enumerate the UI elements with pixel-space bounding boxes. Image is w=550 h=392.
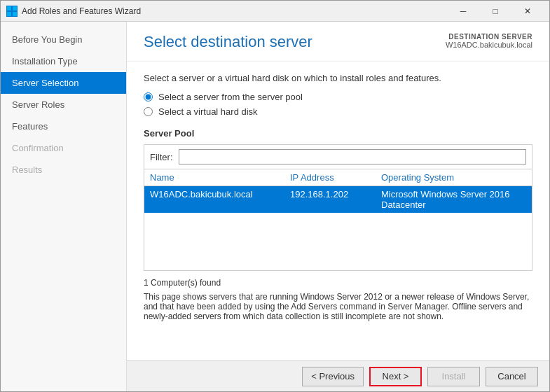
window-controls: ─ □ ✕ — [447, 1, 544, 22]
table-row[interactable]: W16ADC.bakicubuk.local 192.168.1.202 Mic… — [144, 186, 532, 213]
svg-rect-3 — [13, 12, 17, 16]
radio-pool-input[interactable] — [144, 92, 153, 102]
server-pool-container: Filter: Name IP Address Operating System… — [144, 144, 532, 271]
sidebar-item-server-selection[interactable]: Server Selection — [1, 72, 126, 94]
window-title: Add Roles and Features Wizard — [22, 6, 447, 16]
col-header-os: Operating System — [381, 172, 526, 183]
server-pool-header: Server Pool — [144, 128, 532, 139]
svg-rect-1 — [13, 6, 17, 10]
sidebar-item-features[interactable]: Features — [1, 115, 126, 137]
count-text: 1 Computer(s) found — [144, 278, 532, 288]
filter-label: Filter: — [150, 152, 173, 162]
radio-group: Select a server from the server pool Sel… — [144, 92, 532, 117]
sidebar-item-before-you-begin[interactable]: Before You Begin — [1, 29, 126, 50]
radio-server-pool[interactable]: Select a server from the server pool — [144, 92, 532, 102]
previous-button[interactable]: < Previous — [302, 367, 364, 386]
row-ip: 192.168.1.202 — [290, 189, 381, 210]
table-header: Name IP Address Operating System — [144, 169, 532, 186]
sidebar-item-confirmation: Confirmation — [1, 137, 126, 159]
next-button[interactable]: Next > — [369, 367, 422, 386]
row-name: W16ADC.bakicubuk.local — [150, 189, 290, 210]
destination-label: DESTINATION SERVER — [446, 33, 532, 41]
col-header-ip: IP Address — [290, 172, 381, 183]
minimize-button[interactable]: ─ — [447, 1, 479, 22]
sidebar-item-installation-type[interactable]: Installation Type — [1, 50, 126, 72]
sidebar: Before You Begin Installation Type Serve… — [1, 22, 127, 391]
destination-server: W16ADC.bakicubuk.local — [446, 41, 532, 49]
col-header-name: Name — [150, 172, 290, 183]
filter-input[interactable] — [179, 149, 527, 164]
table-body: W16ADC.bakicubuk.local 192.168.1.202 Mic… — [144, 186, 532, 270]
title-bar: Add Roles and Features Wizard ─ □ ✕ — [1, 1, 549, 22]
content-area: Before You Begin Installation Type Serve… — [1, 22, 549, 391]
description-text: Select a server or a virtual hard disk o… — [144, 73, 532, 83]
app-icon — [6, 6, 18, 17]
main-panel: Select destination server DESTINATION SE… — [127, 22, 549, 391]
svg-rect-2 — [7, 12, 11, 16]
filter-row: Filter: — [144, 145, 532, 169]
cancel-button[interactable]: Cancel — [486, 367, 538, 386]
main-window: Add Roles and Features Wizard ─ □ ✕ Befo… — [0, 0, 550, 392]
header-area: Select destination server DESTINATION SE… — [127, 22, 549, 62]
sidebar-item-results: Results — [1, 159, 126, 181]
close-button[interactable]: ✕ — [511, 1, 544, 22]
destination-info: DESTINATION SERVER W16ADC.bakicubuk.loca… — [446, 33, 532, 49]
row-os: Microsoft Windows Server 2016 Datacenter — [381, 189, 526, 210]
sidebar-item-server-roles[interactable]: Server Roles — [1, 94, 126, 115]
main-content: Select a server or a virtual hard disk o… — [127, 62, 549, 360]
bottom-bar: < Previous Next > Install Cancel — [127, 360, 549, 391]
info-text: This page shows servers that are running… — [144, 292, 532, 321]
radio-vhd-input[interactable] — [144, 107, 153, 116]
maximize-button[interactable]: □ — [479, 1, 511, 22]
footer-info: 1 Computer(s) found This page shows serv… — [144, 278, 532, 321]
svg-rect-0 — [7, 6, 11, 10]
radio-virtual-disk[interactable]: Select a virtual hard disk — [144, 106, 532, 117]
install-button[interactable]: Install — [427, 367, 480, 386]
